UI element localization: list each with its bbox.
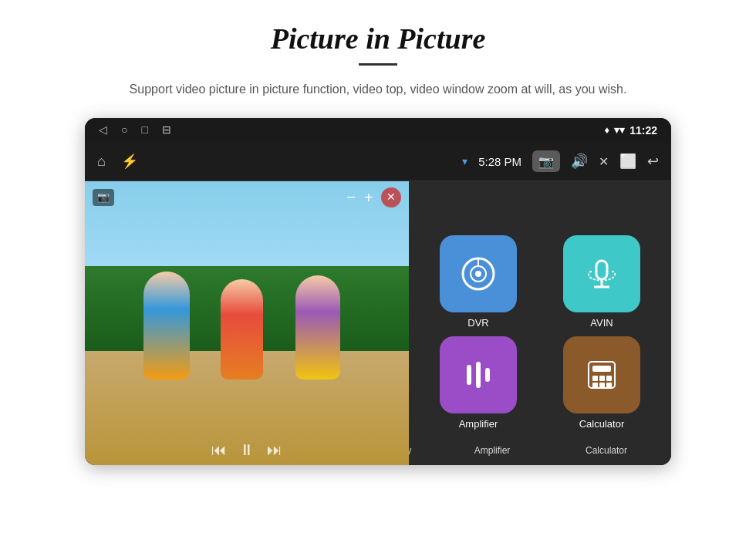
svg-rect-17 <box>606 383 612 388</box>
bottom-label-amplifier: Amplifier <box>435 445 549 456</box>
app-avin-label: AVIN <box>590 317 613 329</box>
home-icon[interactable]: ○ <box>121 124 127 137</box>
app-dvr-label: DVR <box>467 317 488 329</box>
pip-person3 <box>295 275 340 380</box>
pip-video[interactable]: 📷 − + ✕ ⏮ ⏸ ⏭ <box>85 181 409 465</box>
screenshot-icon[interactable]: ⊟ <box>162 123 171 137</box>
app-grid: DVR AVIN <box>409 181 671 465</box>
app-dvr-wrapper[interactable]: DVR <box>420 235 536 329</box>
svg-rect-16 <box>599 383 605 388</box>
status-bar-left: ◁ ○ □ ⊟ <box>99 123 171 137</box>
app-row-1: DVR AVIN <box>417 235 663 329</box>
app-amplifier-wrapper[interactable]: Amplifier <box>420 336 536 430</box>
svg-rect-14 <box>606 376 612 381</box>
wifi-icon: ▾▾ <box>614 124 625 136</box>
pip-plus-button[interactable]: + <box>363 187 373 207</box>
toolbar-time: 5:28 PM <box>478 155 521 168</box>
pip-play-button[interactable]: ⏸ <box>239 441 255 459</box>
toolbar: ⌂ ⚡ ▾ 5:28 PM 📷 🔊 ✕ ⬜ ↩ <box>85 143 671 181</box>
app-amplifier-icon <box>440 336 517 413</box>
status-bar: ◁ ○ □ ⊟ ♦ ▾▾ 11:22 <box>85 118 671 143</box>
app-row-2: Amplifier <box>417 336 663 430</box>
gps-icon: ♦ <box>605 124 610 136</box>
bottom-label-calculator: Calculator <box>549 445 663 456</box>
svg-rect-12 <box>592 376 598 381</box>
pip-scene <box>85 181 409 465</box>
pip-container: 📷 − + ✕ ⏮ ⏸ ⏭ <box>85 181 409 465</box>
svg-rect-11 <box>592 366 611 372</box>
svg-rect-7 <box>467 365 471 385</box>
app-amplifier-label: Amplifier <box>459 418 498 430</box>
toolbar-usb-icon[interactable]: ⚡ <box>121 153 138 170</box>
toolbar-close-icon[interactable]: ✕ <box>599 154 609 169</box>
main-content: 📷 − + ✕ ⏮ ⏸ ⏭ <box>85 181 671 465</box>
pip-close-button[interactable]: ✕ <box>381 187 401 207</box>
pip-person2 <box>221 279 263 380</box>
page-wrapper: Picture in Picture Support video picture… <box>0 0 756 465</box>
svg-rect-8 <box>476 362 481 388</box>
pip-controls-top: 📷 − + ✕ <box>93 187 401 207</box>
svg-rect-4 <box>596 261 607 279</box>
pip-bottom-controls: ⏮ ⏸ ⏭ <box>211 441 282 459</box>
toolbar-volume-icon[interactable]: 🔊 <box>571 153 588 170</box>
toolbar-right: ▾ 5:28 PM 📷 🔊 ✕ ⬜ ↩ <box>462 150 659 172</box>
toolbar-back-icon[interactable]: ↩ <box>647 153 659 170</box>
toolbar-camera-button[interactable]: 📷 <box>532 150 560 172</box>
app-calculator-icon <box>563 336 640 413</box>
toolbar-left: ⌂ ⚡ <box>97 153 138 170</box>
title-divider <box>359 63 397 66</box>
app-calculator-label: Calculator <box>579 418 625 430</box>
back-icon[interactable]: ◁ <box>99 123 107 137</box>
pip-person1 <box>143 272 190 380</box>
app-calculator-wrapper[interactable]: Calculator <box>544 336 660 430</box>
app-avin-wrapper[interactable]: AVIN <box>544 235 660 329</box>
toolbar-pip-icon[interactable]: ⬜ <box>619 153 636 170</box>
app-dvr-icon <box>440 235 517 312</box>
status-time: 11:22 <box>629 124 657 137</box>
page-subtitle: Support video picture in picture functio… <box>130 79 627 100</box>
pip-next-button[interactable]: ⏭ <box>267 441 282 459</box>
toolbar-home-icon[interactable]: ⌂ <box>97 153 106 170</box>
device-frame: ◁ ○ □ ⊟ ♦ ▾▾ 11:22 ⌂ ⚡ ▾ 5:28 PM 📷 🔊 <box>85 118 671 465</box>
svg-rect-9 <box>485 368 490 382</box>
status-bar-right: ♦ ▾▾ 11:22 <box>605 124 657 137</box>
wifi-signal-icon: ▾ <box>462 155 467 168</box>
recents-icon[interactable]: □ <box>141 124 147 137</box>
pip-prev-button[interactable]: ⏮ <box>211 441 227 459</box>
svg-rect-13 <box>599 376 605 381</box>
page-title: Picture in Picture <box>271 22 486 56</box>
svg-point-2 <box>475 271 481 277</box>
app-avin-icon <box>563 235 640 312</box>
svg-rect-15 <box>592 383 598 388</box>
pip-minus-button[interactable]: − <box>346 187 356 207</box>
pip-cam-icon: 📷 <box>93 189 114 206</box>
